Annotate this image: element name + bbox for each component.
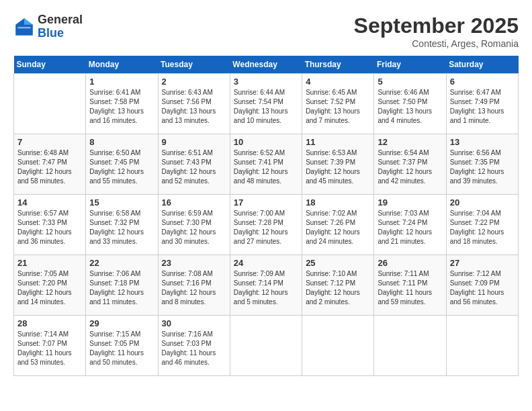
day-info: Sunrise: 6:52 AM Sunset: 7:41 PM Dayligh… [234,148,298,186]
day-number: 8 [89,137,154,147]
day-number: 16 [162,197,226,208]
day-info: Sunrise: 7:09 AM Sunset: 7:14 PM Dayligh… [234,269,298,307]
header-monday: Monday [86,56,158,74]
day-number: 17 [234,197,298,208]
day-number: 22 [89,258,154,268]
day-info: Sunrise: 7:11 AM Sunset: 7:11 PM Dayligh… [378,269,442,307]
day-info: Sunrise: 7:08 AM Sunset: 7:16 PM Dayligh… [162,269,226,307]
svg-marker-1 [24,18,33,25]
header-friday: Friday [374,56,446,74]
calendar-cell: 29Sunrise: 7:15 AM Sunset: 7:05 PM Dayli… [86,316,158,376]
calendar-cell: 22Sunrise: 7:06 AM Sunset: 7:18 PM Dayli… [86,255,158,316]
day-info: Sunrise: 6:45 AM Sunset: 7:52 PM Dayligh… [306,88,370,126]
calendar-cell: 20Sunrise: 7:04 AM Sunset: 7:22 PM Dayli… [446,195,518,255]
header-thursday: Thursday [302,56,374,74]
day-info: Sunrise: 6:41 AM Sunset: 7:58 PM Dayligh… [89,88,154,126]
calendar-cell [374,316,446,376]
month-title: September 2025 [354,13,519,38]
day-number: 10 [234,137,298,147]
day-info: Sunrise: 7:04 AM Sunset: 7:22 PM Dayligh… [450,209,515,246]
day-number: 2 [162,77,226,87]
day-number: 19 [378,197,442,208]
day-info: Sunrise: 6:50 AM Sunset: 7:45 PM Dayligh… [89,148,154,186]
week-row-1: 1Sunrise: 6:41 AM Sunset: 7:58 PM Daylig… [14,74,519,134]
day-number: 3 [234,77,298,87]
calendar-cell: 12Sunrise: 6:54 AM Sunset: 7:37 PM Dayli… [374,134,446,195]
day-info: Sunrise: 7:15 AM Sunset: 7:05 PM Dayligh… [89,330,154,367]
calendar-cell: 25Sunrise: 7:10 AM Sunset: 7:12 PM Dayli… [302,255,374,316]
day-info: Sunrise: 6:48 AM Sunset: 7:47 PM Dayligh… [17,148,82,186]
day-number: 14 [17,197,82,208]
day-number: 11 [306,137,370,147]
week-row-3: 14Sunrise: 6:57 AM Sunset: 7:33 PM Dayli… [14,195,519,255]
calendar-cell [230,316,302,376]
calendar-cell: 17Sunrise: 7:00 AM Sunset: 7:28 PM Dayli… [230,195,302,255]
day-number: 25 [306,258,370,268]
day-number: 21 [17,258,82,268]
day-number: 20 [450,197,515,208]
header-tuesday: Tuesday [158,56,230,74]
day-info: Sunrise: 7:12 AM Sunset: 7:09 PM Dayligh… [450,269,515,307]
calendar-cell: 24Sunrise: 7:09 AM Sunset: 7:14 PM Dayli… [230,255,302,316]
calendar-cell: 28Sunrise: 7:14 AM Sunset: 7:07 PM Dayli… [14,316,86,376]
day-info: Sunrise: 7:06 AM Sunset: 7:18 PM Dayligh… [89,269,154,307]
calendar-cell: 15Sunrise: 6:58 AM Sunset: 7:32 PM Dayli… [86,195,158,255]
header-wednesday: Wednesday [230,56,302,74]
calendar-cell [302,316,374,376]
calendar-header-row: SundayMondayTuesdayWednesdayThursdayFrid… [14,56,519,74]
day-info: Sunrise: 6:57 AM Sunset: 7:33 PM Dayligh… [17,209,82,246]
page-header: General Blue September 2025 Contesti, Ar… [13,13,519,49]
day-number: 12 [378,137,442,147]
day-number: 26 [378,258,442,268]
calendar-cell: 18Sunrise: 7:02 AM Sunset: 7:26 PM Dayli… [302,195,374,255]
day-info: Sunrise: 7:05 AM Sunset: 7:20 PM Dayligh… [17,269,82,307]
calendar-cell: 2Sunrise: 6:43 AM Sunset: 7:56 PM Daylig… [158,74,230,134]
day-number: 4 [306,77,370,87]
calendar-cell: 8Sunrise: 6:50 AM Sunset: 7:45 PM Daylig… [86,134,158,195]
day-number: 23 [162,258,226,268]
day-number: 13 [450,137,515,147]
day-info: Sunrise: 6:56 AM Sunset: 7:35 PM Dayligh… [450,148,515,186]
calendar-cell: 5Sunrise: 6:46 AM Sunset: 7:50 PM Daylig… [374,74,446,134]
location-subtitle: Contesti, Arges, Romania [354,38,519,49]
calendar-cell: 9Sunrise: 6:51 AM Sunset: 7:43 PM Daylig… [158,134,230,195]
day-info: Sunrise: 6:44 AM Sunset: 7:54 PM Dayligh… [234,88,298,126]
day-info: Sunrise: 7:03 AM Sunset: 7:24 PM Dayligh… [378,209,442,246]
svg-rect-2 [17,27,30,28]
day-number: 1 [89,77,154,87]
week-row-5: 28Sunrise: 7:14 AM Sunset: 7:07 PM Dayli… [14,316,519,376]
day-info: Sunrise: 6:51 AM Sunset: 7:43 PM Dayligh… [162,148,226,186]
week-row-2: 7Sunrise: 6:48 AM Sunset: 7:47 PM Daylig… [14,134,519,195]
day-info: Sunrise: 6:47 AM Sunset: 7:49 PM Dayligh… [450,88,515,126]
day-number: 24 [234,258,298,268]
calendar-cell: 19Sunrise: 7:03 AM Sunset: 7:24 PM Dayli… [374,195,446,255]
day-number: 29 [89,318,154,328]
header-saturday: Saturday [446,56,518,74]
calendar-cell: 13Sunrise: 6:56 AM Sunset: 7:35 PM Dayli… [446,134,518,195]
day-info: Sunrise: 7:10 AM Sunset: 7:12 PM Dayligh… [306,269,370,307]
calendar-cell: 10Sunrise: 6:52 AM Sunset: 7:41 PM Dayli… [230,134,302,195]
calendar-cell: 3Sunrise: 6:44 AM Sunset: 7:54 PM Daylig… [230,74,302,134]
calendar-cell [14,74,86,134]
day-info: Sunrise: 6:53 AM Sunset: 7:39 PM Dayligh… [306,148,370,186]
day-number: 6 [450,77,515,87]
day-number: 15 [89,197,154,208]
day-info: Sunrise: 6:46 AM Sunset: 7:50 PM Dayligh… [378,88,442,126]
day-info: Sunrise: 7:16 AM Sunset: 7:03 PM Dayligh… [162,330,226,367]
calendar-cell: 11Sunrise: 6:53 AM Sunset: 7:39 PM Dayli… [302,134,374,195]
calendar-cell: 21Sunrise: 7:05 AM Sunset: 7:20 PM Dayli… [14,255,86,316]
calendar-cell: 7Sunrise: 6:48 AM Sunset: 7:47 PM Daylig… [14,134,86,195]
day-info: Sunrise: 6:59 AM Sunset: 7:30 PM Dayligh… [162,209,226,246]
day-info: Sunrise: 7:14 AM Sunset: 7:07 PM Dayligh… [17,330,82,367]
day-number: 9 [162,137,226,147]
calendar-cell: 6Sunrise: 6:47 AM Sunset: 7:49 PM Daylig… [446,74,518,134]
day-number: 7 [17,137,82,147]
week-row-4: 21Sunrise: 7:05 AM Sunset: 7:20 PM Dayli… [14,255,519,316]
calendar-cell: 1Sunrise: 6:41 AM Sunset: 7:58 PM Daylig… [86,74,158,134]
calendar-cell: 30Sunrise: 7:16 AM Sunset: 7:03 PM Dayli… [158,316,230,376]
day-info: Sunrise: 6:58 AM Sunset: 7:32 PM Dayligh… [89,209,154,246]
logo: General Blue [13,13,83,40]
title-block: September 2025 Contesti, Arges, Romania [354,13,519,49]
calendar-cell: 16Sunrise: 6:59 AM Sunset: 7:30 PM Dayli… [158,195,230,255]
calendar-table: SundayMondayTuesdayWednesdayThursdayFrid… [13,56,519,376]
